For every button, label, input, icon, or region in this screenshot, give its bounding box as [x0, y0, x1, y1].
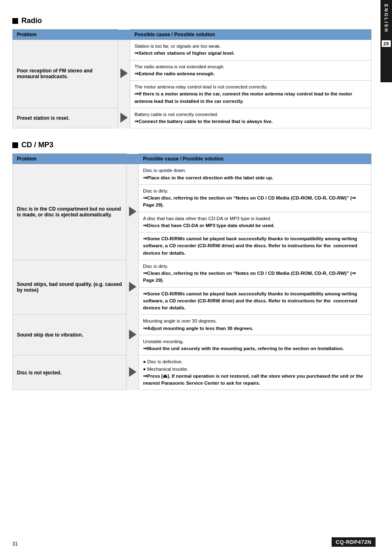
solution-arrow: ⇒Discs that have CD-DA or MP3 type data … [143, 223, 274, 228]
table-row: Sound skips, bad sound quality. (e.g. ca… [13, 260, 371, 287]
solution-item: The motor antenna relay control lead is … [130, 81, 371, 108]
radio-section-header: Radio [12, 16, 371, 25]
solution-cell: Disc is dirty. ⇒Clean disc, referring to… [139, 260, 371, 287]
solution-cell: ⇒Some CD-R/RWs cannot be played back suc… [139, 287, 371, 315]
arrow-icon [120, 68, 128, 78]
bullet-disc-defective: ● Disc is defective. [143, 359, 182, 364]
solution-item: ● Disc is defective. ● Mechanical troubl… [139, 355, 371, 390]
solution-arrow: ⇒Select other stations of higher signal … [134, 51, 235, 56]
problem-cell-poor-reception: Poor reception of FM stereo and monaural… [13, 40, 118, 108]
table-row: Sound skip due to vibration. Mounting an… [13, 315, 371, 335]
radio-title-text: Radio [21, 16, 42, 25]
solution-cell: The motor antenna relay control lead is … [130, 81, 371, 108]
model-badge: CQ-RDP472N [332, 537, 376, 547]
radio-header-problem: Problem [13, 30, 118, 40]
solution-arrow: ⇒Adjust mounting angle to less than 30 d… [143, 326, 253, 331]
side-tab: ENGLISH 28 [380, 0, 392, 82]
cdmp3-header-row: Problem Possible cause / Possible soluti… [13, 154, 371, 164]
problem-cell-preset: Preset station is reset. [13, 108, 118, 128]
solution-cell: Mounting angle is over 30 degrees. ⇒Adju… [139, 315, 371, 335]
radio-header-solution: Possible cause / Possible solution [130, 30, 371, 40]
solution-cell: ⇒Some CD-R/RWs cannot be played back suc… [139, 232, 371, 260]
main-content: Radio Problem Possible cause / Possible … [0, 0, 380, 411]
solution-arrow: ⇒If there is a motor antenna in the car,… [134, 91, 352, 103]
solution-item: Mounting angle is over 30 degrees. ⇒Adju… [139, 315, 371, 335]
solution-arrow: ⇒Some CD-R/RWs cannot be played back suc… [143, 236, 357, 255]
problem-cell-disc-in-compartment: Disc is in the CD compartment but no sou… [13, 164, 127, 260]
solution-item: Disc is dirty. ⇒Clean disc, referring to… [139, 185, 371, 212]
table-row: Disc is in the CD compartment but no sou… [13, 164, 371, 185]
solution-cell: Station is too far, or signals are too w… [130, 40, 371, 60]
arrow-icon [129, 282, 136, 292]
solution-item: Battery cable is not correctly connected… [130, 108, 371, 128]
language-label: ENGLISH [384, 4, 389, 33]
arrow-cell-preset [118, 108, 130, 128]
solution-item: Unstable mounting. ⇒Mount the unit secur… [139, 335, 371, 355]
cdmp3-header-solution: Possible cause / Possible solution [139, 154, 371, 164]
solution-arrow: ⇒Connect the battery cable to the termin… [134, 119, 273, 124]
arrow-cell-sound-skips [127, 260, 139, 315]
arrow-icon [129, 330, 136, 339]
side-page-number: 28 [382, 40, 391, 47]
page-number-bottom: 31 [12, 541, 18, 547]
solution-cell: ● Disc is defective. ● Mechanical troubl… [139, 355, 371, 390]
bullet-mechanical-trouble: ● Mechanical trouble. [143, 367, 188, 372]
radio-header-row: Problem Possible cause / Possible soluti… [13, 30, 371, 40]
problem-cell-disc-not-ejected: Disc is not ejected. [13, 355, 127, 390]
solution-arrow: ⇒Press [⏏]. If normal operation is not r… [143, 374, 363, 385]
problem-cell-sound-skip-vibration: Sound skip due to vibration. [13, 315, 127, 355]
arrow-icon [129, 207, 136, 216]
solution-cell: Unstable mounting. ⇒Mount the unit secur… [139, 335, 371, 355]
cdmp3-section-header: CD / MP3 [12, 141, 371, 149]
solution-arrow: ⇒Mount the unit securely with the mounti… [143, 346, 344, 351]
arrow-cell-disc-not-ejected [127, 355, 139, 390]
cdmp3-title-text: CD / MP3 [21, 141, 53, 149]
solution-cell: Disc is dirty. ⇒Clean disc, referring to… [139, 184, 371, 212]
solution-arrow: ⇒Place disc in the correct direction wit… [143, 175, 273, 180]
cdmp3-title: CD / MP3 [12, 141, 371, 149]
solution-item: Disc is upside down. ⇒Place disc in the … [139, 164, 371, 184]
cdmp3-table: Problem Possible cause / Possible soluti… [12, 153, 371, 390]
radio-title: Radio [12, 16, 371, 25]
arrow-cell-disc-in-compartment [127, 164, 139, 260]
arrow-icon [120, 113, 128, 123]
solution-arrow: ⇒Clean disc, referring to the section on… [143, 271, 356, 283]
arrow-cell-poor-reception [118, 40, 130, 108]
radio-title-square [12, 18, 18, 24]
solution-item: Station is too far, or signals are too w… [130, 40, 371, 60]
solution-cell: A disc that has data other than CD-DA or… [139, 212, 371, 232]
solution-arrow: ⇒Clean disc, referring to the section on… [143, 195, 356, 207]
solution-arrow: ⇒Extend the radio antenna enough. [134, 71, 214, 76]
solution-cell: Disc is upside down. ⇒Place disc in the … [139, 164, 371, 185]
solution-item: ⇒Some CD-R/RWs cannot be played back suc… [139, 288, 371, 315]
solution-item: The radio antenna is not extended enough… [130, 60, 371, 81]
solution-cell: Battery cable is not correctly connected… [130, 108, 371, 128]
solution-arrow: ⇒Some CD-R/RWs cannot be played back suc… [143, 291, 357, 311]
table-row: Preset station is reset. Battery cable i… [13, 108, 371, 128]
arrow-icon [129, 367, 136, 377]
problem-cell-sound-skips: Sound skips, bad sound quality. (e.g. ca… [13, 260, 127, 315]
table-row: Poor reception of FM stereo and monaural… [13, 40, 371, 60]
solution-item: A disc that has data other than CD-DA or… [139, 212, 371, 232]
arrow-cell-sound-skip-vibration [127, 315, 139, 355]
table-row: Disc is not ejected. ● Disc is defective… [13, 355, 371, 390]
solution-item: Disc is dirty. ⇒Clean disc, referring to… [139, 260, 371, 287]
radio-table: Problem Possible cause / Possible soluti… [12, 29, 371, 128]
cdmp3-title-square [12, 142, 18, 148]
solution-item: ⇒Some CD-R/RWs cannot be played back suc… [139, 232, 371, 260]
cdmp3-header-problem: Problem [13, 154, 127, 164]
solution-cell: The radio antenna is not extended enough… [130, 60, 371, 81]
